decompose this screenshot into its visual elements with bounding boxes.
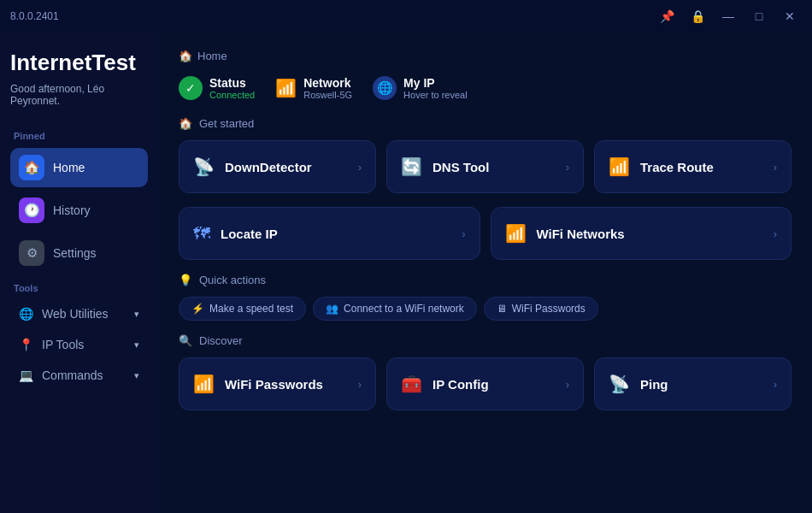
connect-wifi-icon: 👥 [326,303,338,315]
sidebar-item-commands[interactable]: 💻 Commands ▾ [10,362,148,389]
myip-text: My IP Hover to reveal [403,76,468,100]
connect-wifi-label: Connect to a WiFi network [344,303,464,315]
status-value: Connected [209,90,255,100]
quick-actions-label: Quick actions [199,274,266,286]
myip-label: My IP [403,76,468,90]
home-icon: 🏠 [19,155,44,180]
tool-cards-row1: 📡 DownDetector › 🔄 DNS Tool › 📶 Trace Ro… [179,140,791,193]
commands-icon: 💻 [19,369,33,382]
wifi-passwords-quick-button[interactable]: 🖥 WiFi Passwords [484,297,598,321]
ip-config-arrow-icon: › [566,378,569,391]
pin-button[interactable]: 📌 [655,4,679,28]
status-label: Status [209,76,255,90]
network-text: Network Roswell-5G [303,76,352,100]
history-icon: 🕐 [19,198,44,223]
get-started-header: 🏠 Get started [179,117,791,130]
chevron-down-icon-3: ▾ [134,370,139,381]
discover-label: Discover [199,334,243,347]
titlebar: 8.0.0.2401 📌 🔒 — □ ✕ [0,0,812,32]
pinned-section-label: Pinned [14,131,148,141]
close-button[interactable]: ✕ [778,4,802,28]
status-item-myip: 🌐 My IP Hover to reveal [373,76,468,100]
commands-label: Commands [42,369,103,382]
wifi-passwords-quick-label: WiFi Passwords [512,303,585,315]
globe-icon: 🌐 [373,76,397,100]
wifi-passwords-discover-icon: 📶 [193,374,215,394]
ip-config-icon: 🧰 [401,374,422,394]
speed-test-label: Make a speed test [209,303,293,315]
wifi-passwords-discover-label: WiFi Passwords [225,377,348,392]
chevron-down-icon-2: ▾ [134,339,139,351]
sidebar-item-settings[interactable]: ⚙ Settings [10,233,148,273]
status-text: Status Connected [209,76,255,100]
quick-actions-bar: ⚡ Make a speed test 👥 Connect to a WiFi … [179,297,791,321]
ping-label: Ping [640,377,763,392]
breadcrumb: 🏠 Home [179,50,791,62]
app-greeting: Good afternoon, Léo Peyronnet. [10,83,148,107]
trace-route-icon: 📶 [609,156,630,177]
ip-config-card[interactable]: 🧰 IP Config › [386,357,584,410]
wifi-networks-label: WiFi Networks [537,227,763,241]
chevron-down-icon: ▾ [134,309,139,320]
main-content: 🏠 Home ✓ Status Connected 📶 Network Rosw… [158,32,812,513]
quick-actions-icon: 💡 [179,274,192,286]
status-item-network: 📶 Network Roswell-5G [275,76,352,100]
dns-tool-card[interactable]: 🔄 DNS Tool › [386,140,584,193]
dns-tool-label: DNS Tool [432,160,556,174]
quick-actions-header: 💡 Quick actions [179,274,791,286]
sidebar-item-history[interactable]: 🕐 History [10,191,148,230]
app-version: 8.0.0.2401 [10,10,59,22]
ip-tools-icon: 📍 [19,338,33,351]
speed-test-icon: ⚡ [191,303,204,315]
sidebar-item-home[interactable]: 🏠 Home [10,148,148,187]
wifi-networks-icon: 📶 [505,223,527,244]
discover-icon: 🔍 [179,334,192,347]
status-connected-icon: ✓ [179,76,203,100]
ping-card[interactable]: 📡 Ping › [594,357,791,410]
ping-arrow-icon: › [774,378,777,391]
trace-route-arrow-icon: › [774,161,777,174]
sidebar: InternetTest Good afternoon, Léo Peyronn… [0,32,158,513]
dns-tool-icon: 🔄 [401,156,422,177]
get-started-label: Get started [199,117,254,130]
web-utilities-icon: 🌐 [19,307,33,321]
wifi-passwords-discover-card[interactable]: 📶 WiFi Passwords › [179,357,376,410]
trace-route-card[interactable]: 📶 Trace Route › [594,140,791,193]
network-label: Network [303,76,352,90]
sidebar-history-label: History [53,203,91,217]
sidebar-item-web-utilities[interactable]: 🌐 Web Utilities ▾ [10,300,148,327]
settings-icon: ⚙ [19,240,44,266]
ip-tools-label: IP Tools [42,338,84,351]
downdetector-icon: 📡 [193,156,215,177]
sidebar-home-label: Home [53,161,85,174]
breadcrumb-label: Home [197,50,227,62]
downdetector-arrow-icon: › [358,161,362,174]
tool-cards-row2: 🗺 Locate IP › 📶 WiFi Networks › [179,207,791,260]
wifi-networks-arrow-icon: › [774,227,777,240]
minimize-button[interactable]: — [716,4,740,28]
maximize-button[interactable]: □ [747,4,771,28]
tools-section-label: Tools [14,283,148,293]
downdetector-card[interactable]: 📡 DownDetector › [179,140,376,193]
web-utilities-label: Web Utilities [42,307,109,321]
dns-tool-arrow-icon: › [566,161,569,174]
wifi-networks-card[interactable]: 📶 WiFi Networks › [491,207,792,260]
discover-header: 🔍 Discover [179,334,791,347]
locate-ip-arrow-icon: › [462,227,465,240]
downdetector-label: DownDetector [225,160,348,174]
lock-button[interactable]: 🔒 [685,4,709,28]
status-bar: ✓ Status Connected 📶 Network Roswell-5G … [179,76,791,100]
app-body: InternetTest Good afternoon, Léo Peyronn… [0,32,812,513]
breadcrumb-home-icon: 🏠 [179,50,192,62]
wifi-passwords-quick-icon: 🖥 [497,303,507,315]
wifi-icon: 📶 [275,78,297,98]
locate-ip-card[interactable]: 🗺 Locate IP › [179,207,480,260]
ip-config-label: IP Config [432,377,556,392]
get-started-icon: 🏠 [179,117,192,130]
locate-ip-icon: 🗺 [193,224,210,244]
speed-test-button[interactable]: ⚡ Make a speed test [179,297,306,321]
ping-icon: 📡 [609,374,630,394]
sidebar-item-ip-tools[interactable]: 📍 IP Tools ▾ [10,331,148,358]
connect-wifi-button[interactable]: 👥 Connect to a WiFi network [313,297,477,321]
trace-route-label: Trace Route [640,160,763,174]
